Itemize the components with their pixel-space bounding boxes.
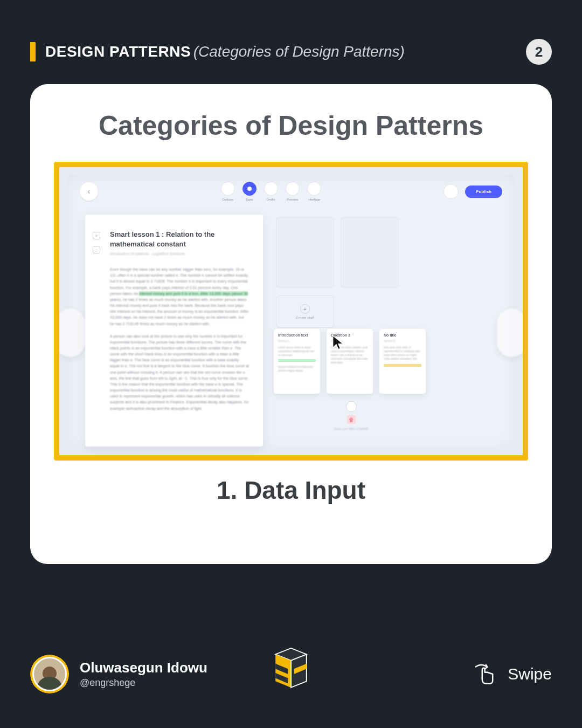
plus-icon: + xyxy=(300,304,310,314)
author-handle: @engrshege xyxy=(80,677,207,689)
create-draft-button[interactable]: + Create draft xyxy=(276,296,334,328)
minicard-notitle[interactable]: No title Section 3 Duis aute irure dolor… xyxy=(379,329,426,394)
swipe-icon xyxy=(470,660,498,688)
header-title-sub: (Categories of Design Patterns) xyxy=(193,43,405,60)
tab-interface[interactable]: Interface xyxy=(307,182,321,201)
mockup-canvas: ‹ Options Base Drafts Preview Interface … xyxy=(67,175,515,448)
card-title: Categories of Design Patterns xyxy=(54,110,528,141)
header-title-main: DESIGN PATTERNS xyxy=(45,43,191,60)
slide-header: DESIGN PATTERNS (Categories of Design Pa… xyxy=(30,39,552,65)
tab-base[interactable]: Base xyxy=(242,182,257,201)
tab-preview[interactable]: Preview xyxy=(286,182,300,201)
page-number-badge: 2 xyxy=(526,39,552,65)
avatar xyxy=(30,655,69,693)
drop-target-icon xyxy=(346,401,357,412)
mockup-frame: ‹ Options Base Drafts Preview Interface … xyxy=(54,162,528,461)
expand-icon[interactable]: + xyxy=(93,232,100,239)
carousel-next-button[interactable] xyxy=(497,308,527,357)
settings-icon[interactable] xyxy=(444,184,459,199)
trash-icon: 🗑 xyxy=(347,415,356,424)
document-body: Even though the base can be any number b… xyxy=(110,266,249,411)
author-block: Oluwasegun Idowu @engrshege xyxy=(80,660,207,689)
placeholder-tile xyxy=(341,217,399,288)
document-panel: + ⌕ Smart lesson 1 : Relation to the mat… xyxy=(85,215,263,447)
card-caption: 1. Data Input xyxy=(54,476,528,505)
author-name: Oluwasegun Idowu xyxy=(80,660,207,676)
back-button[interactable]: ‹ xyxy=(80,182,98,201)
highlight-green-icon xyxy=(278,359,316,362)
brand-logo-icon xyxy=(265,647,317,701)
chevron-left-icon: ‹ xyxy=(87,187,90,196)
header-title: DESIGN PATTERNS (Categories of Design Pa… xyxy=(45,43,405,60)
minicard-question[interactable]: Question 2 Section 2 Ut enim ad minim ve… xyxy=(327,329,373,394)
document-subtitle: introduction of relations · Logarithm fu… xyxy=(110,252,249,256)
highlight-yellow-icon xyxy=(384,364,421,367)
mockup-topbar: ‹ Options Base Drafts Preview Interface … xyxy=(67,175,515,208)
page-number: 2 xyxy=(535,44,543,60)
placeholder-tile xyxy=(276,217,334,288)
accent-bar-icon xyxy=(30,42,36,61)
publish-button[interactable]: Publish xyxy=(465,186,502,198)
drop-delete-area[interactable]: 🗑 Drop your files to delete xyxy=(334,401,368,430)
avatar-image xyxy=(32,657,67,691)
document-title: Smart lesson 1 : Relation to the mathema… xyxy=(110,230,249,249)
swipe-label: Swipe xyxy=(508,665,552,683)
tab-drafts[interactable]: Drafts xyxy=(264,182,278,201)
mockup-top-actions: Publish xyxy=(444,184,502,199)
search-icon[interactable]: ⌕ xyxy=(93,246,100,253)
carousel-prev-button[interactable] xyxy=(55,308,85,357)
minicard-intro[interactable]: Introduction text Section 1 Lorem ipsum … xyxy=(274,329,320,394)
create-draft-label: Create draft xyxy=(296,316,314,320)
tab-options[interactable]: Options xyxy=(221,182,235,201)
drop-label: Drop your files to delete xyxy=(334,427,368,430)
mockup-tabs: Options Base Drafts Preview Interface xyxy=(221,182,321,201)
slide-footer: Oluwasegun Idowu @engrshege Swipe xyxy=(30,655,552,693)
swipe-hint: Swipe xyxy=(470,660,552,688)
content-card: Categories of Design Patterns ‹ Options … xyxy=(30,84,552,564)
